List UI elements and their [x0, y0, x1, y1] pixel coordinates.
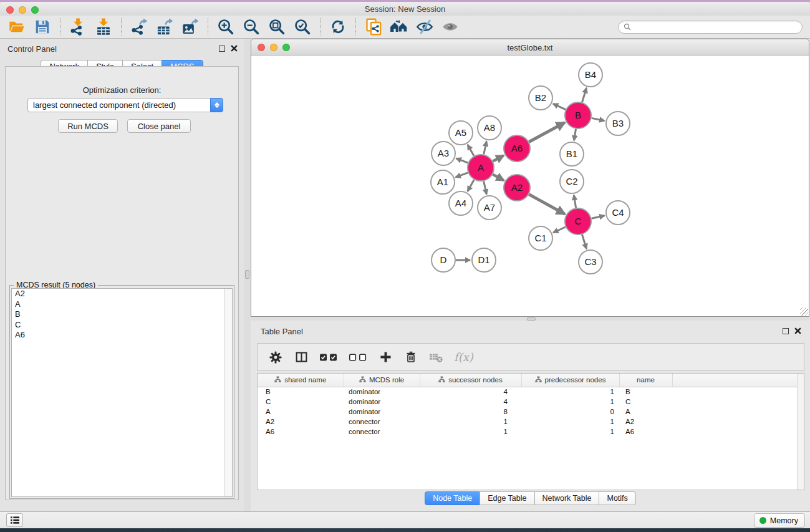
node-A4[interactable]: A4: [449, 191, 473, 215]
edge-A-A8[interactable]: [484, 142, 487, 155]
edge-A-A5[interactable]: [468, 145, 474, 156]
node-B3[interactable]: B3: [606, 112, 630, 135]
node-D[interactable]: D: [432, 248, 455, 272]
table-row[interactable]: Bdominator41B: [258, 387, 804, 397]
node-A6[interactable]: A6: [504, 135, 530, 162]
edge-A-A7[interactable]: [484, 181, 487, 195]
result-item-b[interactable]: B: [12, 309, 232, 320]
node-B2[interactable]: B2: [529, 86, 552, 110]
table-row[interactable]: Cdominator41C: [258, 397, 804, 407]
network-canvas[interactable]: AA1A2A3A4A5A6A7A8BB1B2B3B4CC1C2C3C4DD1: [251, 56, 809, 316]
edge-C-C4[interactable]: [592, 216, 605, 219]
node-C1[interactable]: C1: [529, 226, 552, 250]
edge-A-A6[interactable]: [493, 155, 503, 161]
column-header-shared-name[interactable]: shared name: [258, 374, 344, 387]
zoom-in-button[interactable]: [215, 17, 236, 36]
column-header-MCDS-role[interactable]: MCDS role: [344, 374, 420, 387]
delete-column-button[interactable]: [403, 349, 419, 365]
node-A7[interactable]: A7: [478, 196, 501, 220]
table-row[interactable]: A2connector11A2: [258, 417, 804, 427]
add-column-button[interactable]: [377, 349, 393, 365]
tab-node-table[interactable]: Node Table: [425, 491, 480, 505]
node-A[interactable]: A: [468, 155, 494, 181]
vertical-splitter[interactable]: [244, 39, 251, 511]
node-B[interactable]: B: [565, 102, 591, 128]
tab-network-table[interactable]: Network Table: [534, 491, 600, 505]
deselect-all-button[interactable]: [348, 349, 368, 365]
memory-button[interactable]: Memory: [754, 513, 805, 528]
column-view-button[interactable]: [293, 349, 309, 365]
node-C4[interactable]: C4: [606, 201, 630, 225]
result-list-scrollbar[interactable]: [224, 289, 232, 496]
node-C3[interactable]: C3: [579, 250, 602, 274]
run-mcds-button[interactable]: Run MCDS: [58, 119, 118, 133]
result-item-c[interactable]: C: [12, 320, 232, 331]
result-item-a[interactable]: A: [12, 299, 232, 310]
edge-A6-B[interactable]: [529, 122, 565, 142]
open-session-button[interactable]: [6, 17, 27, 36]
task-history-button[interactable]: [6, 513, 23, 527]
tab-motifs[interactable]: Motifs: [599, 491, 635, 505]
column-header-successor-nodes[interactable]: successor nodes: [420, 374, 521, 387]
splitter-grip[interactable]: [245, 270, 249, 279]
clone-network-button[interactable]: [363, 17, 384, 36]
edge-B-B4[interactable]: [582, 88, 587, 102]
float-panel-icon[interactable]: [219, 46, 225, 52]
edge-C-C1[interactable]: [553, 227, 566, 233]
column-header-name[interactable]: name: [619, 374, 672, 387]
edge-A2-C[interactable]: [529, 195, 565, 215]
node-A5[interactable]: A5: [449, 121, 473, 145]
refresh-button[interactable]: [327, 17, 349, 36]
search-field[interactable]: [618, 21, 803, 34]
criterion-select[interactable]: largest connected component (directed): [27, 98, 223, 112]
result-item-a6[interactable]: A6: [12, 330, 232, 341]
edge-B-B2[interactable]: [553, 104, 566, 109]
tab-edge-table[interactable]: Edge Table: [480, 491, 534, 505]
table-row[interactable]: A6connector11A6: [258, 427, 804, 437]
network-graph[interactable]: AA1A2A3A4A5A6A7A8BB1B2B3B4CC1C2C3C4DD1: [251, 56, 809, 316]
edge-A-A4[interactable]: [468, 180, 474, 191]
node-D1[interactable]: D1: [472, 248, 496, 272]
delete-table-button[interactable]: [428, 349, 445, 365]
zoom-selected-button[interactable]: [292, 17, 313, 36]
edge-A-A3[interactable]: [456, 158, 468, 163]
node-A8[interactable]: A8: [478, 116, 501, 140]
edge-B-B3[interactable]: [592, 118, 605, 120]
node-C2[interactable]: C2: [560, 170, 584, 193]
node-B4[interactable]: B4: [579, 63, 602, 87]
resize-grip-icon[interactable]: [800, 307, 808, 316]
node-B1[interactable]: B1: [560, 142, 584, 166]
save-session-button[interactable]: [32, 17, 53, 36]
export-image-button[interactable]: [180, 17, 201, 36]
import-table-button[interactable]: [93, 17, 114, 36]
table-row[interactable]: Adominator80A: [258, 407, 804, 417]
show-all-panels-button[interactable]: [388, 17, 410, 36]
edge-C-C2[interactable]: [574, 195, 576, 208]
node-A2[interactable]: A2: [504, 175, 530, 201]
edge-B-B1[interactable]: [574, 129, 576, 141]
close-panel-button[interactable]: Close panel: [127, 119, 191, 133]
function-builder-button[interactable]: f(x): [454, 351, 473, 364]
edge-A-A2[interactable]: [493, 175, 504, 181]
table-settings-button[interactable]: [268, 349, 284, 365]
export-table-button[interactable]: [154, 17, 175, 36]
table-scrollbar[interactable]: [797, 374, 804, 490]
node-C[interactable]: C: [565, 208, 591, 235]
close-panel-icon[interactable]: [231, 45, 238, 52]
hide-selected-button[interactable]: [414, 17, 435, 36]
node-A3[interactable]: A3: [432, 142, 455, 165]
zoom-out-button[interactable]: [241, 17, 262, 36]
import-network-button[interactable]: [67, 17, 89, 36]
select-all-button[interactable]: [319, 349, 339, 365]
close-panel-icon[interactable]: [794, 327, 801, 334]
result-item-a2[interactable]: A2: [12, 289, 232, 299]
column-header-predecessor-nodes[interactable]: predecessor nodes: [521, 374, 619, 387]
float-panel-icon[interactable]: [783, 328, 789, 334]
export-network-button[interactable]: [128, 17, 150, 36]
edge-A-A1[interactable]: [456, 173, 468, 177]
zoom-fit-button[interactable]: [266, 17, 287, 36]
search-input[interactable]: [634, 22, 797, 31]
show-selected-button[interactable]: [440, 17, 461, 36]
node-A1[interactable]: A1: [431, 170, 455, 194]
edge-C-C3[interactable]: [582, 235, 587, 249]
